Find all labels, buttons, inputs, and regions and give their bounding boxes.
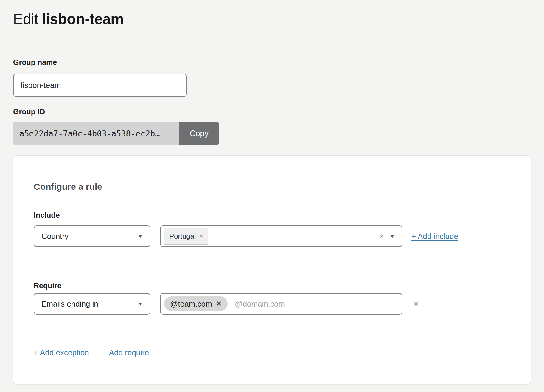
page-title-prefix: Edit — [13, 11, 38, 27]
include-tag-label: Portugal — [169, 232, 196, 240]
copy-button[interactable]: Copy — [179, 122, 219, 145]
chevron-down-icon[interactable]: ▼ — [390, 234, 395, 239]
include-values-multiselect[interactable]: Portugal × × ▼ — [160, 225, 402, 247]
clear-selection-icon[interactable]: × — [380, 233, 384, 240]
require-values-input-box[interactable]: @team.com ✕ — [160, 293, 402, 315]
page-title-group-name: lisbon-team — [42, 11, 124, 27]
multiselect-controls: × ▼ — [380, 233, 395, 240]
page-title: Editlisbon-team — [13, 0, 531, 28]
require-label: Require — [34, 281, 531, 290]
require-row: Emails ending in ▼ @team.com ✕ × — [34, 293, 531, 315]
footer-links: + Add exception + Add require — [34, 348, 531, 357]
edit-group-page: Editlisbon-team Group name Group ID a5e2… — [0, 0, 544, 384]
group-id-value: a5e22da7-7a0c-4b03-a538-ec2b… — [13, 122, 179, 145]
require-email-input[interactable] — [234, 299, 395, 309]
include-selector[interactable]: Country ▼ — [34, 225, 150, 247]
group-name-input[interactable] — [13, 74, 187, 97]
group-id-label: Group ID — [13, 107, 531, 116]
chevron-down-icon: ▼ — [138, 234, 143, 239]
include-row: Country ▼ Portugal × × ▼ + Add include — [34, 225, 531, 247]
add-include-link[interactable]: + Add include — [411, 232, 458, 241]
require-tag-team-com: @team.com ✕ — [164, 296, 228, 311]
rule-card-heading: Configure a rule — [34, 181, 531, 192]
add-exception-link[interactable]: + Add exception — [34, 348, 89, 357]
group-id-row: a5e22da7-7a0c-4b03-a538-ec2b… Copy — [13, 122, 219, 145]
require-selector[interactable]: Emails ending in ▼ — [34, 293, 150, 315]
add-require-link[interactable]: + Add require — [103, 348, 149, 357]
require-selector-value: Emails ending in — [41, 299, 98, 309]
tag-remove-icon[interactable]: × — [199, 232, 203, 240]
group-name-label: Group name — [13, 58, 531, 67]
tag-remove-icon[interactable]: ✕ — [216, 300, 222, 308]
require-tag-label: @team.com — [170, 299, 212, 309]
rule-card: Configure a rule Include Country ▼ Portu… — [13, 155, 531, 384]
chevron-down-icon: ▼ — [138, 301, 143, 307]
include-tag-portugal: Portugal × — [164, 228, 208, 245]
remove-rule-icon[interactable]: × — [414, 300, 418, 308]
include-label: Include — [34, 211, 531, 220]
include-selector-value: Country — [41, 232, 69, 241]
